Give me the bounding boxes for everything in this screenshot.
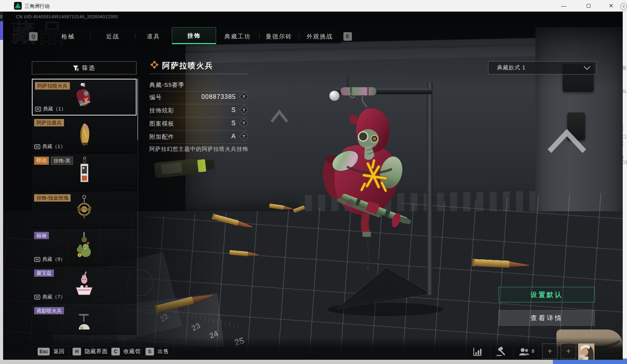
charm-3d-view[interactable]	[310, 50, 480, 322]
taskbar-strip	[0, 360, 627, 364]
friends-count: 8	[532, 348, 534, 354]
item-tag: 福禄	[34, 232, 49, 239]
style-select-dropdown[interactable]: 典藏款式 1	[488, 61, 596, 74]
row-label: 编号	[149, 94, 162, 101]
maximize-icon[interactable]	[580, 0, 598, 12]
row-value: S	[170, 120, 236, 127]
list-item[interactable]: 联动 挂饰-黑	[32, 154, 137, 191]
market-stats-icon[interactable]	[471, 345, 484, 358]
item-count: 典藏（9）	[42, 256, 65, 263]
help-icon[interactable]: ?	[239, 92, 248, 101]
hotkey-label: 出售	[158, 348, 169, 355]
item-tag: 诡影喷火兵	[34, 307, 64, 314]
list-item[interactable]: 挂饰-蚀金玫瑰	[32, 191, 137, 228]
crate-chevron-mark-small	[270, 109, 289, 124]
list-item[interactable]: 诡影喷火兵	[32, 304, 137, 335]
divider	[149, 117, 248, 117]
tab-items[interactable]: 道具	[135, 29, 172, 43]
item-thumbnail	[73, 194, 96, 223]
hotkey-back[interactable]: Esc 返回	[33, 346, 69, 357]
minimize-icon[interactable]: —	[555, 0, 573, 12]
item-thumbnail	[73, 312, 95, 333]
plus-icon: +	[547, 347, 552, 356]
avatar[interactable]: 60	[578, 343, 594, 360]
edge-text-fragment: 景	[623, 65, 627, 72]
set-default-button[interactable]: 设置默认	[499, 287, 595, 302]
item-tag: 挂饰-黑	[51, 157, 73, 165]
stand-pole	[427, 83, 433, 295]
edge-text-fragment: (	[623, 125, 624, 130]
active-tab-underline	[172, 43, 216, 44]
item-count: 典藏（1）	[43, 105, 66, 112]
help-icon[interactable]: ?	[239, 131, 248, 141]
app-logo-icon	[14, 2, 22, 10]
item-tag: 联动	[34, 157, 49, 165]
tab-mandel-brick[interactable]: 曼德尔砖	[259, 29, 299, 43]
edge-text-fragment: 口(	[623, 134, 627, 146]
charm-title: 阿萨拉喷火兵	[162, 60, 213, 71]
window-titlebar: 三角洲行动 — ✕ +	[0, 0, 627, 12]
item-thumbnail	[73, 119, 96, 147]
tab-weapons[interactable]: 枪械	[46, 29, 90, 43]
key-badge: H	[73, 348, 81, 355]
item-count: 典藏（1）	[42, 143, 65, 150]
filter-label: 筛选	[82, 64, 96, 72]
key-badge: C	[111, 348, 120, 355]
item-tag: 聚宝盆	[34, 269, 54, 277]
divider	[149, 130, 248, 131]
uid-text: CN UID:45405914951408713146_202604012300	[16, 14, 118, 19]
list-scrollbar-thumb[interactable]	[137, 79, 138, 140]
item-tag: 阿萨拉喷火兵	[35, 82, 70, 90]
add-slot-button[interactable]: +	[542, 343, 558, 359]
help-icon[interactable]: ?	[239, 118, 248, 128]
list-item[interactable]: 聚宝盆 典藏（7）	[32, 267, 137, 304]
tab-charms-active[interactable]: 挂饰	[172, 27, 216, 44]
hotkey-label: 隐藏界面	[85, 348, 108, 355]
crate-latch	[567, 112, 585, 140]
list-item[interactable]: 阿萨拉喷火兵 典藏（1）	[32, 79, 137, 116]
tab-next-key-hint[interactable]: E	[343, 32, 352, 41]
style-select-value: 典藏款式 1	[497, 64, 584, 71]
ruler-number: 25	[233, 335, 246, 348]
hotkey-sell[interactable]: S 出售	[141, 346, 173, 357]
window-title: 三角洲行动	[24, 3, 50, 10]
background-window-accent-strip	[0, 21, 3, 40]
flame-soldier-figure	[320, 109, 412, 271]
tab-collection-workshop[interactable]: 典藏工坊	[216, 29, 259, 43]
help-icon[interactable]: ?	[239, 105, 248, 114]
hotkey-label: 返回	[53, 348, 65, 355]
divider	[149, 91, 248, 91]
ruler-number: 23	[190, 321, 202, 333]
crate-chevron-mark	[546, 127, 588, 154]
tab-prev-key-hint[interactable]: Q	[29, 32, 38, 41]
item-count: 典藏（7）	[42, 293, 65, 300]
view-details-label: 查看详情	[530, 314, 563, 323]
close-icon[interactable]: ✕	[602, 0, 620, 12]
auction-gavel-icon[interactable]	[494, 345, 507, 358]
icon-divider	[513, 346, 514, 357]
item-thumbnail	[73, 231, 96, 261]
filter-icon	[73, 65, 79, 71]
avatar-level: 60	[579, 354, 584, 359]
background-window-strip	[0, 40, 3, 360]
item-thumbnail	[73, 156, 95, 186]
ruler-number: 24	[208, 329, 220, 341]
game-viewport: 22 23 24 25	[3, 12, 623, 360]
hotkey-hide-ui[interactable]: H 隐藏界面	[68, 346, 112, 357]
charm-clasp-ball	[329, 91, 339, 101]
tab-appearance-challenge[interactable]: 外观挑战	[299, 29, 341, 43]
add-slot-button[interactable]: +	[561, 343, 576, 359]
list-item[interactable]: 福禄 典藏（9）	[32, 229, 137, 266]
edge-text-fragment: 马	[623, 88, 627, 95]
friends-icon[interactable]	[518, 345, 531, 358]
item-tag: 阿萨拉盾兵	[34, 119, 64, 126]
filter-button[interactable]: 筛选	[32, 61, 137, 74]
hotkey-collection-hall[interactable]: C 收藏馆	[107, 346, 145, 357]
row-value: 008873385	[170, 93, 236, 100]
list-item[interactable]: 阿萨拉盾兵 典藏（1）	[32, 116, 137, 153]
tab-melee[interactable]: 近战	[90, 29, 135, 43]
plus-icon: +	[566, 347, 571, 356]
charm-quality-icon	[149, 60, 159, 70]
item-thumbnail	[72, 82, 97, 110]
view-details-button[interactable]: 查看详情	[499, 310, 595, 326]
